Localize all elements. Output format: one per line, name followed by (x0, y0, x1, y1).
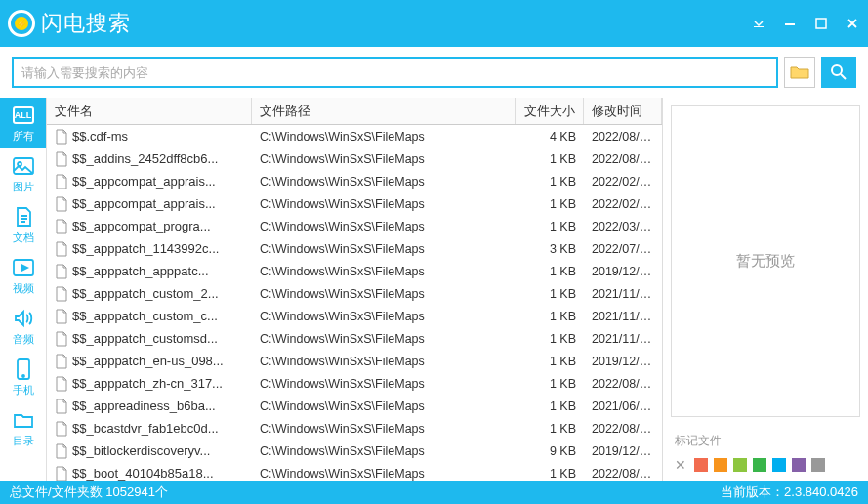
cell-size: 1 KB (516, 175, 584, 189)
sidebar-item-audio[interactable]: 音频 (0, 301, 46, 352)
cell-name: $$_appcompat_progra... (47, 219, 252, 234)
cell-name: $$_bcastdvr_fab1ebc0d... (47, 421, 252, 437)
cell-path: C:\Windows\WinSxS\FileMaps (252, 332, 516, 346)
table-row[interactable]: $$_apppatch_zh-cn_317...C:\Windows\WinSx… (47, 372, 662, 395)
table-row[interactable]: $$_appcompat_apprais...C:\Windows\WinSxS… (47, 192, 662, 215)
cell-path: C:\Windows\WinSxS\FileMaps (252, 399, 516, 413)
cell-path: C:\Windows\WinSxS\FileMaps (252, 152, 516, 166)
app-logo: ⚡ 闪电搜索 (8, 9, 131, 38)
sidebar-item-dir[interactable]: 目录 (0, 402, 46, 453)
tag-colors: ✕ (675, 457, 856, 473)
cell-size: 4 KB (516, 130, 584, 144)
image-icon (12, 154, 35, 178)
tag-color-swatch[interactable] (753, 458, 766, 472)
sidebar-item-video[interactable]: 视频 (0, 250, 46, 301)
sidebar-item-image[interactable]: 图片 (0, 148, 46, 199)
minimize-icon[interactable] (782, 16, 798, 31)
close-icon[interactable] (845, 16, 860, 31)
tag-color-swatch[interactable] (792, 458, 806, 472)
sidebar-item-doc[interactable]: 文档 (0, 199, 46, 250)
cell-size: 1 KB (516, 287, 584, 301)
file-list: 文件名 文件路径 文件大小 修改时间 $$.cdf-msC:\Windows\W… (47, 98, 663, 481)
svg-rect-1 (785, 23, 795, 25)
maximize-icon[interactable] (813, 16, 829, 31)
column-path[interactable]: 文件路径 (252, 98, 516, 124)
cell-path: C:\Windows\WinSxS\FileMaps (252, 175, 516, 189)
cell-date: 2022/08/12 1... (584, 377, 662, 391)
cell-date: 2022/07/19 0... (584, 242, 662, 256)
table-row[interactable]: $$_apppatch_en-us_098...C:\Windows\WinSx… (47, 350, 662, 372)
tag-color-swatch[interactable] (694, 458, 708, 472)
sidebar-item-all[interactable]: ALL所有 (0, 98, 46, 148)
table-row[interactable]: $$_apppatch_customsd...C:\Windows\WinSxS… (47, 327, 662, 350)
cell-name: $$_apppatch_custom_c... (47, 309, 252, 324)
list-body[interactable]: $$.cdf-msC:\Windows\WinSxS\FileMaps4 KB2… (47, 125, 662, 481)
dropdown-icon[interactable] (751, 16, 766, 31)
cell-name: $$_apppatch_en-us_098... (47, 354, 252, 369)
svg-point-8 (22, 375, 24, 377)
tag-color-swatch[interactable] (714, 458, 727, 472)
cell-size: 1 KB (516, 197, 584, 211)
cell-size: 1 KB (516, 332, 584, 346)
column-name[interactable]: 文件名 (47, 98, 252, 124)
list-header: 文件名 文件路径 文件大小 修改时间 (47, 98, 662, 125)
table-row[interactable]: $$.cdf-msC:\Windows\WinSxS\FileMaps4 KB2… (47, 125, 662, 147)
sidebar-item-label: 视频 (13, 281, 34, 296)
cell-name: $$_apppatch_zh-cn_317... (47, 376, 252, 392)
cell-date: 2019/12/07 1... (584, 355, 662, 368)
table-row[interactable]: $$_addins_2452dff8cb6...C:\Windows\WinSx… (47, 147, 662, 170)
cell-size: 1 KB (516, 355, 584, 368)
cell-path: C:\Windows\WinSxS\FileMaps (252, 197, 516, 211)
cell-date: 2022/02/11 0... (584, 175, 662, 189)
tag-clear-icon[interactable]: ✕ (675, 457, 686, 473)
column-size[interactable]: 文件大小 (516, 98, 584, 124)
tag-color-swatch[interactable] (811, 458, 825, 472)
cell-name: $$_appcompat_apprais... (47, 196, 252, 212)
table-row[interactable]: $$_boot_40104b85a18...C:\Windows\WinSxS\… (47, 462, 662, 481)
cell-name: $$_appcompat_apprais... (47, 174, 252, 189)
table-row[interactable]: $$_appreadiness_b6ba...C:\Windows\WinSxS… (47, 395, 662, 417)
cell-size: 1 KB (516, 467, 584, 481)
cell-size: 3 KB (516, 242, 584, 256)
table-row[interactable]: $$_appcompat_progra...C:\Windows\WinSxS\… (47, 215, 662, 237)
table-row[interactable]: $$_bcastdvr_fab1ebc0d...C:\Windows\WinSx… (47, 417, 662, 440)
search-input[interactable] (12, 57, 778, 88)
tag-color-swatch[interactable] (772, 458, 786, 472)
cell-path: C:\Windows\WinSxS\FileMaps (252, 467, 516, 481)
table-row[interactable]: $$_apppatch_custom_c...C:\Windows\WinSxS… (47, 305, 662, 327)
doc-icon (12, 205, 35, 229)
cell-date: 2019/12/07 1... (584, 265, 662, 278)
cell-date: 2021/11/11 1... (584, 332, 662, 346)
cell-size: 1 KB (516, 422, 584, 436)
table-row[interactable]: $$_bitlockerdiscoveryv...C:\Windows\WinS… (47, 440, 662, 462)
cell-path: C:\Windows\WinSxS\FileMaps (252, 242, 516, 256)
status-version: 当前版本：2.3.840.0426 (721, 483, 858, 501)
column-date[interactable]: 修改时间 (584, 98, 662, 124)
svg-point-3 (832, 65, 842, 75)
tag-color-swatch[interactable] (733, 458, 747, 472)
cell-path: C:\Windows\WinSxS\FileMaps (252, 422, 516, 436)
cell-name: $$_apppatch_apppatc... (47, 264, 252, 279)
video-icon (12, 256, 35, 279)
cell-name: $$_apppatch_customsd... (47, 331, 252, 347)
folder-button[interactable] (784, 57, 815, 88)
table-row[interactable]: $$_apppatch_apppatc...C:\Windows\WinSxS\… (47, 260, 662, 282)
cell-path: C:\Windows\WinSxS\FileMaps (252, 355, 516, 368)
cell-size: 1 KB (516, 310, 584, 323)
cell-size: 1 KB (516, 152, 584, 166)
cell-date: 2022/02/11 0... (584, 197, 662, 211)
search-button[interactable] (821, 57, 856, 88)
all-icon: ALL (12, 104, 35, 127)
table-row[interactable]: $$_apppatch_1143992c...C:\Windows\WinSxS… (47, 237, 662, 260)
status-count: 总文件/文件夹数 1052941个 (10, 483, 721, 501)
cell-path: C:\Windows\WinSxS\FileMaps (252, 377, 516, 391)
titlebar: ⚡ 闪电搜索 (0, 0, 868, 47)
table-row[interactable]: $$_apppatch_custom_2...C:\Windows\WinSxS… (47, 282, 662, 305)
cell-name: $$.cdf-ms (47, 129, 252, 145)
sidebar-item-label: 手机 (13, 383, 34, 398)
cell-name: $$_bitlockerdiscoveryv... (47, 443, 252, 459)
table-row[interactable]: $$_appcompat_apprais...C:\Windows\WinSxS… (47, 170, 662, 192)
sidebar-item-mobile[interactable]: 手机 (0, 352, 46, 402)
window-controls (751, 16, 860, 31)
cell-path: C:\Windows\WinSxS\FileMaps (252, 265, 516, 278)
